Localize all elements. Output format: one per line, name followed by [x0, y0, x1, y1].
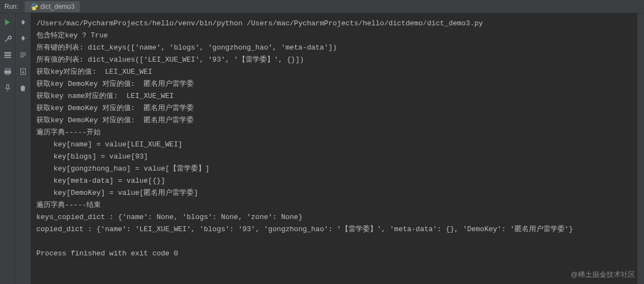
watermark: @稀土掘金技术社区: [571, 270, 635, 280]
arrow-down-icon[interactable]: [19, 34, 28, 43]
left-toolbar: [0, 13, 15, 284]
svg-rect-4: [4, 57, 10, 58]
svg-rect-9: [20, 54, 26, 55]
python-icon: [30, 3, 38, 10]
layout-icon[interactable]: [3, 51, 12, 59]
scrollbar[interactable]: [637, 13, 644, 284]
run-config-tab[interactable]: dict_demo3: [25, 1, 80, 12]
tab-label: dict_demo3: [40, 3, 74, 10]
svg-rect-5: [5, 69, 10, 71]
console-output[interactable]: /Users/mac/PycharmProjects/hello/venv/bi…: [31, 13, 644, 284]
trash-icon[interactable]: [19, 84, 28, 92]
pin-icon[interactable]: [3, 84, 12, 92]
wrench-icon[interactable]: [3, 34, 12, 43]
print-icon[interactable]: [3, 67, 12, 76]
svg-rect-10: [20, 57, 24, 57]
scroll-icon[interactable]: [19, 67, 28, 76]
arrow-up-icon[interactable]: [19, 18, 28, 26]
title-bar: Run: dict_demo3: [0, 0, 644, 13]
run-label: Run:: [4, 3, 18, 10]
svg-rect-3: [4, 54, 10, 56]
soft-wrap-icon[interactable]: [19, 51, 28, 59]
svg-rect-8: [20, 53, 26, 53]
svg-point-1: [35, 9, 36, 9]
side-toolbar: [15, 13, 31, 284]
main-area: /Users/mac/PycharmProjects/hello/venv/bi…: [0, 13, 644, 284]
play-icon[interactable]: [3, 18, 12, 26]
svg-point-0: [33, 3, 34, 4]
svg-rect-6: [4, 70, 10, 73]
svg-rect-2: [4, 52, 10, 54]
